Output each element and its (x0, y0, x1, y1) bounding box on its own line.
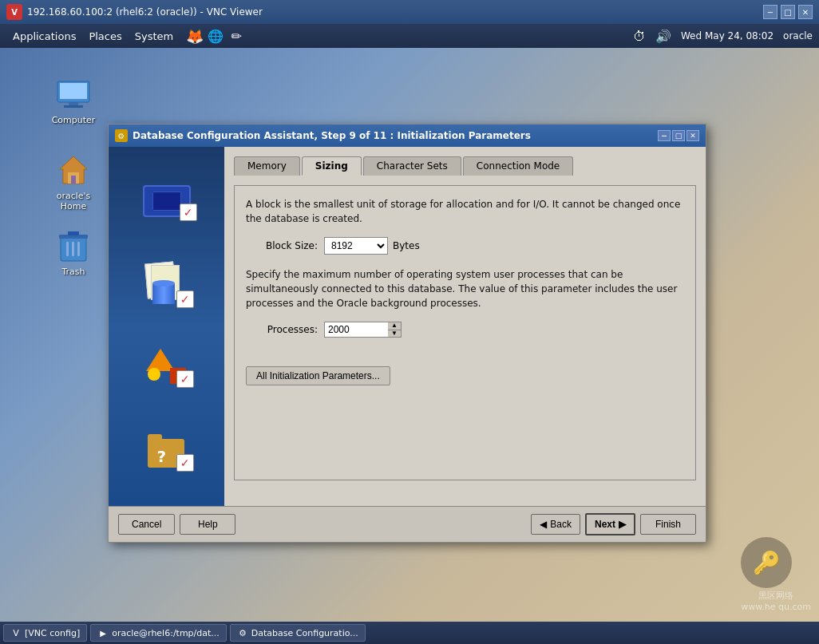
volume-icon[interactable]: 🔊 (655, 29, 671, 44)
checkmark-badge-2: ✓ (176, 290, 194, 308)
places-menu[interactable]: Places (82, 24, 128, 48)
back-arrow-icon: ◀ (540, 519, 547, 530)
footer-left-buttons: Cancel Help (118, 514, 235, 535)
gnome-panel: Applications Places System 🦊 🌐 ✏️ ⏱ 🔊 We… (0, 24, 819, 48)
processes-row: Processes: ▲ ▼ (246, 322, 684, 338)
maximize-button[interactable]: □ (781, 5, 795, 19)
taskbar-vnc-config[interactable]: V [VNC config] (3, 624, 87, 642)
taskbar-bottom: V [VNC config] ▶ oracle@rhel6:/tmp/dat..… (0, 622, 819, 644)
dialog-title: Database Configuration Assistant, Step 9… (133, 130, 658, 141)
vnc-titlebar: V 192.168.60.100:2 (rhel6:2 (oracle)) - … (0, 0, 819, 24)
watermark: 🔑 黑区网络www.he qu.com (741, 537, 811, 612)
network-icon[interactable]: 🌐 (207, 27, 224, 45)
trash-label: Trash (61, 267, 85, 277)
dialog-close[interactable]: ✕ (686, 130, 699, 141)
vnc-config-icon: V (10, 627, 22, 638)
system-menu[interactable]: System (129, 24, 180, 48)
applications-menu[interactable]: Applications (6, 24, 82, 48)
dialog-content: Memory Sizing Character Sets Connection … (224, 147, 706, 506)
dialog-title-icon: ⚙ (115, 129, 128, 142)
tab-sizing[interactable]: Sizing (302, 156, 362, 176)
block-size-description: A block is the smallest unit of storage … (246, 197, 684, 226)
processes-description: Specify the maximum number of operating … (246, 267, 684, 310)
sizing-panel: A block is the smallest unit of storage … (234, 185, 696, 480)
svg-rect-6 (71, 176, 76, 184)
processes-spinner: ▲ ▼ (324, 322, 402, 338)
block-size-unit: Bytes (393, 240, 420, 251)
datetime-display: Wed May 24, 08:02 (681, 30, 774, 41)
trash-icon (54, 227, 93, 265)
tab-character-sets[interactable]: Character Sets (363, 156, 461, 176)
footer-right-buttons: ◀ Back Next ▶ Finish (531, 513, 696, 535)
dialog-footer: Cancel Help ◀ Back Next ▶ Finish (109, 506, 706, 542)
vnc-logo: V (6, 4, 22, 20)
next-label: Next (595, 519, 615, 530)
firefox-icon[interactable]: 🦊 (186, 27, 204, 45)
user-display: oracle (783, 30, 813, 41)
svg-rect-3 (64, 105, 83, 108)
block-size-label: Block Size: (246, 240, 318, 251)
watermark-icon: 🔑 (741, 537, 792, 588)
watermark-text: 黑区网络www.he qu.com (741, 590, 811, 612)
dialog-title-controls: − □ ✕ (658, 130, 699, 141)
svg-rect-12 (77, 242, 80, 256)
dialog-window: ⚙ Database Configuration Assistant, Step… (108, 124, 706, 543)
computer-label: Computer (52, 115, 96, 125)
tab-bar: Memory Sizing Character Sets Connection … (234, 156, 696, 176)
close-button[interactable]: ✕ (798, 5, 813, 19)
spinner-down[interactable]: ▼ (388, 330, 401, 338)
vnc-title: 192.168.60.100:2 (rhel6:2 (oracle)) - VN… (27, 6, 263, 18)
back-button[interactable]: ◀ Back (531, 514, 580, 535)
window-controls: − □ ✕ (763, 5, 813, 19)
panel-icons: 🦊 🌐 ✏️ (186, 27, 245, 45)
home-label: oracle's Home (45, 191, 102, 211)
computer-icon (54, 75, 93, 113)
all-init-params-button[interactable]: All Initialization Parameters... (246, 366, 390, 385)
dialog-titlebar: ⚙ Database Configuration Assistant, Step… (109, 124, 706, 147)
trash-desktop-icon[interactable]: Trash (42, 223, 105, 280)
sidebar-graphic: ✓ ✓ (109, 147, 224, 506)
home-icon (54, 151, 93, 189)
processes-label: Processes: (246, 324, 318, 335)
taskbar-oracle-terminal[interactable]: ▶ oracle@rhel6:/tmp/dat... (90, 624, 227, 642)
computer-desktop-icon[interactable]: Computer (42, 72, 105, 128)
cancel-button[interactable]: Cancel (118, 514, 175, 535)
sidebar-shapes-icon: ✓ (146, 349, 188, 384)
dialog-maximize[interactable]: □ (672, 130, 685, 141)
finish-button[interactable]: Finish (640, 514, 696, 535)
taskbar-dbca-label: Database Configuratio... (251, 628, 358, 638)
dialog-body: ✓ ✓ (109, 147, 706, 506)
back-label: Back (550, 519, 572, 530)
svg-rect-9 (68, 231, 79, 235)
svg-rect-1 (60, 83, 87, 99)
sidebar-folder-icon: ? ✓ (146, 429, 188, 468)
spinner-buttons: ▲ ▼ (388, 322, 402, 338)
processes-input[interactable] (324, 322, 388, 338)
checkmark-badge-4: ✓ (176, 454, 194, 472)
sidebar-chip-icon: ✓ (143, 185, 191, 217)
svg-rect-2 (69, 102, 78, 105)
dialog-sidebar: ✓ ✓ (109, 147, 224, 506)
taskbar-dbca[interactable]: ⚙ Database Configuratio... (230, 624, 366, 642)
tab-connection-mode[interactable]: Connection Mode (463, 156, 573, 176)
clock-icon: ⏱ (633, 29, 646, 44)
taskbar-vnc-label: [VNC config] (25, 628, 80, 638)
panel-right: ⏱ 🔊 Wed May 24, 08:02 oracle (633, 29, 813, 44)
checkmark-badge-3: ✓ (176, 370, 194, 388)
dialog-minimize[interactable]: − (658, 130, 671, 141)
checkmark-badge-1: ✓ (180, 203, 197, 221)
edit-icon[interactable]: ✏️ (228, 27, 245, 45)
next-arrow-icon: ▶ (619, 519, 626, 530)
block-size-select[interactable]: 8192 4096 16384 (324, 237, 388, 255)
svg-rect-10 (66, 242, 69, 256)
next-button[interactable]: Next ▶ (585, 513, 635, 535)
svg-rect-11 (72, 242, 74, 256)
block-size-row: Block Size: 8192 4096 16384 Bytes (246, 237, 684, 255)
home-desktop-icon[interactable]: oracle's Home (42, 148, 105, 215)
tab-memory[interactable]: Memory (234, 156, 300, 176)
block-size-select-wrapper: 8192 4096 16384 (324, 237, 388, 255)
dbca-icon: ⚙ (237, 627, 248, 638)
terminal-icon: ▶ (97, 627, 109, 638)
help-button[interactable]: Help (180, 514, 235, 535)
minimize-button[interactable]: − (763, 5, 777, 19)
